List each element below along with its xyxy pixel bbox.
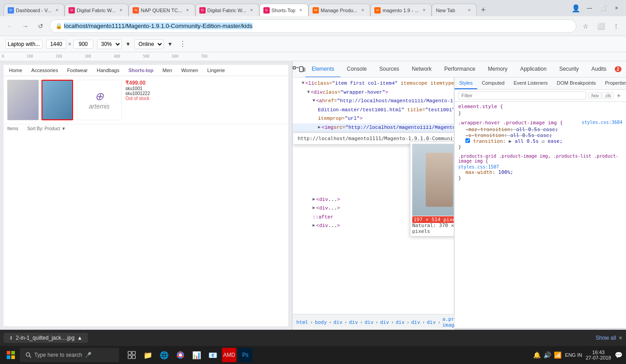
inspect-element-btn[interactable] (293, 63, 299, 76)
bookmark-button[interactable]: ☆ (579, 20, 592, 32)
tab-audits[interactable]: Audits (585, 61, 612, 77)
breadcrumb-div3[interactable]: div (364, 319, 373, 325)
breadcrumb-div5[interactable]: div (396, 319, 405, 325)
tab-digital-fabric-2[interactable]: D Digital Fabric W... × (195, 4, 259, 16)
breadcrumb-div6[interactable]: div (411, 319, 420, 325)
tab-shorts-top[interactable]: S Shorts-Top × (259, 4, 308, 16)
styles-tab-styles[interactable]: Styles (455, 77, 477, 89)
nav-accessories[interactable]: Accessories (31, 68, 58, 73)
expand-arrow[interactable]: ▶ (318, 124, 321, 131)
taskbar-app-ie[interactable]: 🌐 (157, 348, 171, 362)
url-bar[interactable]: 🔒 localhost/magento1111/Magento-1.9.1.0-… (50, 19, 576, 33)
expand-arrow[interactable]: ▶ (313, 196, 315, 203)
styles-tab-computed[interactable]: Computed (477, 77, 509, 89)
device-selector[interactable]: Laptop with... (5, 40, 42, 49)
nav-footwear[interactable]: Footwear (67, 68, 88, 73)
tab-memory[interactable]: Memory (482, 61, 514, 77)
height-input[interactable] (73, 40, 93, 49)
more-button[interactable]: ⋮ (610, 20, 622, 32)
reload-button[interactable]: ↺ (34, 20, 47, 32)
style-prop-moz[interactable]: -moz-transition: all 0.5s ease; (458, 127, 622, 132)
minimize-button[interactable]: — (584, 2, 595, 14)
breadcrumb-div1[interactable]: div (333, 319, 342, 325)
styles-tab-properties[interactable]: Properties (600, 77, 626, 89)
device-toolbar-btn[interactable] (299, 63, 305, 76)
more-options-btn[interactable]: ⋮ (176, 38, 189, 50)
throttle-selector[interactable]: Online (134, 39, 164, 49)
breadcrumb-body[interactable]: body (315, 319, 327, 325)
notification-btn[interactable]: 💬 (615, 351, 622, 359)
add-style-btn[interactable]: + (615, 92, 622, 99)
mic-icon[interactable]: 🎤 (85, 352, 92, 358)
devtools-settings-btn[interactable]: ⋮ (624, 63, 626, 76)
style-selector[interactable]: element.style { (458, 104, 622, 109)
html-line-anchor-2[interactable]: Edition-master/test1001.html" title="tes… (293, 106, 454, 115)
tab-performance[interactable]: Performance (438, 61, 482, 77)
new-tab-button[interactable]: + (477, 4, 489, 16)
taskbar-search-bar[interactable]: Type here to search 🎤 (20, 348, 119, 362)
html-line-anchor-3[interactable]: itemprop="url" > (293, 114, 454, 123)
triangle-arrow[interactable]: ▶ (509, 138, 512, 144)
expand-download-icon[interactable]: ▲ (77, 335, 83, 341)
tab-close-btn[interactable]: × (248, 7, 255, 14)
expand-arrow[interactable]: ▼ (313, 97, 315, 105)
tab-dashboard[interactable]: D Dashboard - V... × (4, 4, 64, 16)
expand-arrow[interactable]: ▼ (302, 80, 304, 87)
tab-console[interactable]: Console (341, 61, 373, 77)
nav-handbags[interactable]: Handbags (97, 68, 120, 73)
style-prop-max-width[interactable]: max-width: 100%; (458, 169, 622, 175)
html-line-li[interactable]: ▼ <li class="item first col-item4" items… (293, 79, 454, 88)
screenshot-button[interactable]: ⬜ (594, 20, 607, 32)
taskbar-app-outlook[interactable]: 📧 (206, 348, 220, 362)
html-line-anchor[interactable]: ▼ <a href="http://localhost/magento1111/… (293, 97, 454, 106)
taskbar-app-chrome[interactable] (173, 348, 188, 362)
profile-icon[interactable]: 👤 (570, 2, 582, 14)
taskbar-app-amd[interactable]: AMD (222, 348, 236, 362)
tab-nap-queen[interactable]: N NAP QUEEN TC... × (129, 4, 195, 16)
tab-close-btn[interactable]: × (117, 7, 124, 14)
show-all-button[interactable]: Show all (595, 335, 616, 341)
style-source-products[interactable]: styles.css:1507 (458, 164, 499, 169)
tab-close-btn[interactable]: × (359, 7, 366, 14)
close-download-bar-btn[interactable]: × (619, 334, 622, 341)
prop-checkbox[interactable] (465, 138, 470, 143)
styles-tab-dom-breakpoints[interactable]: DOM Breakpoints (552, 77, 601, 89)
style-prop-o[interactable]: -o-transition: all 0.5s ease; (458, 132, 622, 138)
html-line-img[interactable]: ▶ <img src="http://localhost/magento1111… (293, 123, 454, 132)
tab-application[interactable]: Application (514, 61, 553, 77)
tab-elements[interactable]: Elements (305, 61, 341, 77)
nav-shorts-top[interactable]: Shorts-top (129, 68, 154, 73)
tab-close-btn[interactable]: × (465, 7, 473, 14)
breadcrumb-div2[interactable]: div (349, 319, 358, 325)
style-source-link[interactable]: styles.css:3684 (582, 120, 622, 125)
zoom-selector[interactable]: 30% (97, 39, 122, 49)
maximize-button[interactable]: ⬜ (597, 2, 609, 14)
tab-close-btn[interactable]: × (420, 7, 428, 14)
taskbar-app-taskview[interactable] (124, 348, 139, 362)
taskbar-app-ps[interactable]: Ps (238, 348, 253, 362)
nav-lingerie[interactable]: Lingerie (207, 68, 225, 73)
breadcrumb-anchor[interactable]: a.product-image (442, 316, 455, 328)
filter-input[interactable] (458, 91, 586, 100)
taskbar-app-excel[interactable]: 📊 (189, 348, 204, 362)
forward-button[interactable]: → (19, 20, 32, 32)
width-input[interactable] (46, 40, 66, 49)
breadcrumb-html[interactable]: html (296, 319, 308, 325)
tab-network[interactable]: Network (405, 61, 438, 77)
expand-arrow[interactable]: ▶ (313, 222, 315, 229)
styles-tab-event-listeners[interactable]: Event Listeners (509, 77, 552, 89)
tab-manage-products[interactable]: M Manage Produ... × (308, 4, 370, 16)
tab-new-tab[interactable]: New Tab × (432, 4, 477, 16)
start-button[interactable] (4, 348, 18, 362)
breadcrumb-div4[interactable]: div (380, 319, 389, 325)
tab-security[interactable]: Security (553, 61, 585, 77)
tab-sources[interactable]: Sources (373, 61, 405, 77)
nav-men[interactable]: Men (162, 68, 172, 73)
hov-btn[interactable]: :hov (588, 92, 601, 99)
close-button[interactable]: × (611, 2, 622, 14)
tab-close-btn[interactable]: × (184, 7, 191, 14)
tab-close-btn[interactable]: × (53, 7, 60, 14)
tab-close-btn[interactable]: × (297, 7, 304, 14)
expand-arrow[interactable]: ▶ (313, 205, 315, 212)
back-button[interactable]: ← (4, 20, 16, 32)
